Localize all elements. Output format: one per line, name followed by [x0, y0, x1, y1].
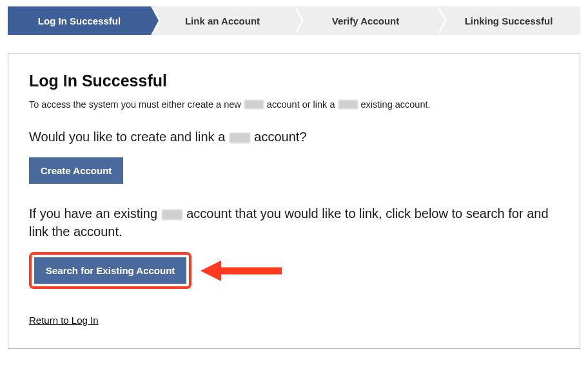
page-title: Log In Successful [29, 72, 559, 90]
create-question: Would you like to create and link a acco… [29, 128, 559, 146]
return-to-login-link[interactable]: Return to Log In [29, 315, 99, 326]
search-existing-account-button[interactable]: Search for Existing Account [34, 257, 186, 284]
main-panel: Log In Successful To access the system y… [8, 53, 580, 349]
search-question: If you have an existing account that you… [29, 204, 559, 241]
redacted-text [230, 133, 250, 143]
redacted-text [162, 210, 182, 220]
annotation-arrow-icon [199, 257, 283, 284]
step-verify-account: Verify Account [294, 6, 437, 35]
highlight-box: Search for Existing Account [29, 252, 191, 289]
create-account-button[interactable]: Create Account [29, 157, 123, 184]
progress-stepper: Log In Successful Link an Account Verify… [8, 6, 580, 35]
step-link-account: Link an Account [151, 6, 294, 35]
step-label: Link an Account [185, 15, 260, 26]
intro-text: To access the system you must either cre… [29, 99, 559, 110]
step-label: Verify Account [332, 15, 399, 26]
step-login-successful: Log In Successful [8, 6, 151, 35]
step-label: Log In Successful [38, 15, 121, 26]
step-linking-successful: Linking Successful [437, 6, 580, 35]
redacted-text [244, 100, 264, 109]
step-label: Linking Successful [465, 15, 553, 26]
redacted-text [338, 100, 358, 109]
